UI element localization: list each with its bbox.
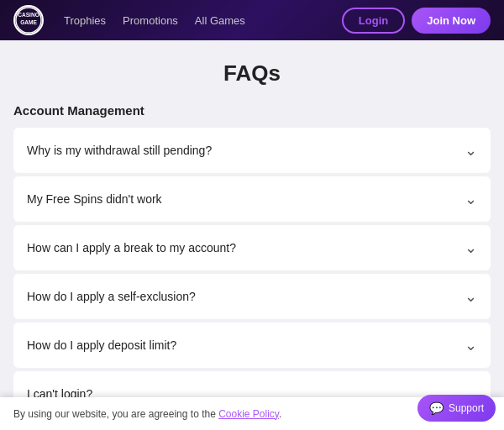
- cookie-message: By using our website, you are agreeing t…: [13, 408, 218, 420]
- nav-all-games[interactable]: All Games: [195, 14, 245, 27]
- chevron-down-icon-0: ⌄: [465, 141, 477, 160]
- faq-question-1: My Free Spins didn't work: [27, 192, 162, 206]
- join-button[interactable]: Join Now: [412, 8, 491, 34]
- chevron-down-icon-1: ⌄: [465, 190, 477, 208]
- header: CASINO GAME Trophies Promotions All Game…: [0, 0, 504, 40]
- svg-text:GAME: GAME: [20, 19, 37, 25]
- support-label: Support: [449, 402, 484, 414]
- page-title: FAQs: [13, 60, 491, 87]
- faq-item-0[interactable]: Why is my withdrawal still pending? ⌄: [13, 128, 491, 173]
- chevron-down-icon-2: ⌄: [465, 239, 477, 257]
- main-content: FAQs Account Management Why is my withdr…: [0, 40, 504, 430]
- nav: Trophies Promotions All Games: [64, 14, 322, 27]
- faq-item-3[interactable]: How do I apply a self-exclusion? ⌄: [13, 274, 491, 319]
- nav-trophies[interactable]: Trophies: [64, 14, 106, 27]
- faq-question-3: How do I apply a self-exclusion?: [27, 290, 196, 303]
- svg-text:CASINO: CASINO: [18, 12, 39, 18]
- faq-item-2[interactable]: How can I apply a break to my account? ⌄: [13, 225, 491, 270]
- chevron-down-icon-4: ⌄: [465, 336, 477, 354]
- cookie-policy-link[interactable]: Cookie Policy: [218, 408, 279, 420]
- logo-icon: CASINO GAME: [13, 5, 44, 35]
- faq-item-1[interactable]: My Free Spins didn't work ⌄: [13, 176, 491, 222]
- support-icon: 💬: [429, 401, 444, 415]
- cookie-period: .: [279, 408, 281, 420]
- faq-question-0: Why is my withdrawal still pending?: [27, 144, 212, 157]
- login-button[interactable]: Login: [342, 8, 405, 34]
- header-buttons: Login Join Now: [342, 8, 491, 34]
- chevron-down-icon-3: ⌄: [465, 287, 477, 306]
- section-title: Account Management: [13, 103, 491, 118]
- support-button[interactable]: 💬 Support: [417, 395, 496, 422]
- logo: CASINO GAME: [13, 5, 44, 35]
- faq-question-4: How do I apply deposit limit?: [27, 338, 176, 352]
- cookie-text: By using our website, you are agreeing t…: [13, 408, 470, 420]
- nav-promotions[interactable]: Promotions: [123, 14, 178, 27]
- faq-question-2: How can I apply a break to my account?: [27, 241, 236, 254]
- faq-item-4[interactable]: How do I apply deposit limit? ⌄: [13, 322, 491, 368]
